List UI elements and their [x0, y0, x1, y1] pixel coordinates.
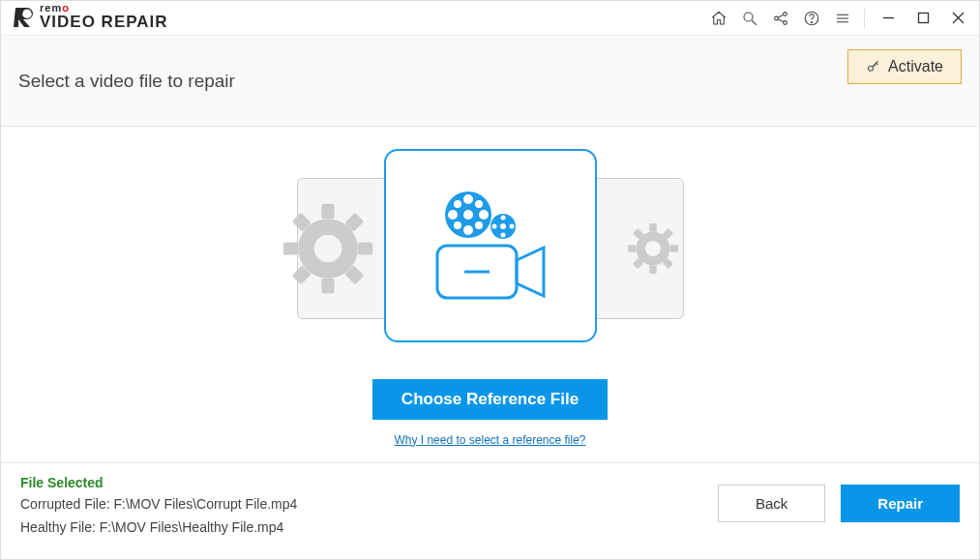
back-button[interactable]: Back	[718, 485, 825, 522]
menu-icon[interactable]	[827, 3, 858, 34]
film-reel-small-icon	[490, 214, 516, 239]
close-button[interactable]	[940, 3, 975, 34]
choose-reference-button[interactable]: Choose Reference File	[372, 379, 608, 420]
svg-rect-24	[282, 242, 297, 254]
app-logo: remo VIDEO REPAIR	[11, 4, 168, 33]
minimize-button[interactable]	[871, 3, 906, 34]
film-reel-icon	[445, 192, 491, 238]
corrupted-file-line: Corrupted File: F:\MOV Files\Corrupt Fil…	[20, 496, 297, 512]
svg-point-52	[475, 221, 483, 229]
svg-point-48	[479, 210, 489, 220]
svg-line-20	[875, 65, 876, 66]
footer-buttons: Back Repair	[718, 475, 960, 559]
svg-point-30	[313, 234, 342, 262]
key-icon	[866, 60, 880, 74]
svg-point-3	[775, 16, 779, 20]
divider	[864, 9, 865, 28]
svg-point-9	[811, 21, 812, 22]
svg-rect-32	[649, 222, 656, 231]
svg-point-55	[501, 215, 506, 220]
footer: File Selected Corrupted File: F:\MOV Fil…	[1, 462, 979, 559]
svg-line-19	[876, 63, 878, 65]
svg-point-47	[448, 210, 458, 220]
svg-point-49	[454, 200, 461, 208]
healthy-label: Healthy File:	[20, 519, 100, 535]
gear-icon	[623, 195, 683, 302]
app-name: VIDEO REPAIR	[40, 13, 168, 32]
svg-line-6	[778, 15, 784, 17]
svg-line-2	[752, 20, 757, 25]
titlebar: remo VIDEO REPAIR	[1, 1, 979, 36]
titlebar-controls	[703, 3, 975, 34]
page-title: Select a video file to repair	[18, 71, 235, 92]
svg-rect-14	[918, 14, 928, 23]
svg-rect-23	[321, 278, 334, 292]
activate-label: Activate	[888, 58, 943, 75]
healthy-file-line: Healthy File: F:\MOV Files\Healthy File.…	[20, 519, 297, 535]
video-camera-icon	[420, 178, 560, 313]
gear-icon	[275, 195, 381, 302]
svg-point-54	[500, 223, 506, 229]
home-icon[interactable]	[703, 3, 734, 34]
svg-point-46	[463, 225, 473, 235]
activate-button[interactable]: Activate	[847, 49, 962, 84]
search-icon[interactable]	[734, 3, 765, 34]
logo-icon	[11, 5, 36, 30]
svg-point-50	[475, 200, 483, 208]
svg-point-51	[454, 221, 461, 229]
svg-point-58	[510, 223, 515, 228]
file-info: File Selected Corrupted File: F:\MOV Fil…	[20, 475, 297, 559]
header: Select a video file to repair Activate	[1, 36, 979, 127]
svg-point-40	[644, 240, 660, 255]
svg-line-7	[778, 18, 784, 21]
svg-point-4	[784, 12, 787, 15]
share-icon[interactable]	[765, 3, 796, 34]
svg-rect-22	[321, 203, 334, 218]
help-icon[interactable]	[796, 3, 827, 34]
svg-rect-35	[669, 245, 678, 251]
svg-point-45	[463, 194, 473, 204]
svg-rect-33	[649, 265, 656, 274]
corrupted-path: F:\MOV Files\Corrupt File.mp4	[113, 496, 297, 512]
svg-rect-34	[627, 245, 636, 251]
corrupted-label: Corrupted File:	[20, 496, 113, 512]
svg-rect-25	[357, 242, 371, 254]
help-link[interactable]: Why I need to select a reference file?	[394, 433, 585, 447]
svg-point-1	[744, 13, 753, 21]
svg-point-44	[463, 210, 473, 220]
healthy-path: F:\MOV Files\Healthy File.mp4	[100, 519, 284, 535]
svg-point-17	[869, 66, 874, 71]
illustration	[297, 149, 684, 346]
svg-point-57	[492, 223, 497, 228]
svg-point-56	[501, 232, 506, 237]
repair-button[interactable]: Repair	[841, 485, 960, 522]
main-area: Choose Reference File Why I need to sele…	[1, 127, 979, 462]
video-card	[384, 149, 597, 342]
svg-point-5	[784, 20, 787, 24]
file-selected-label: File Selected	[20, 475, 297, 490]
maximize-button[interactable]	[906, 3, 940, 34]
